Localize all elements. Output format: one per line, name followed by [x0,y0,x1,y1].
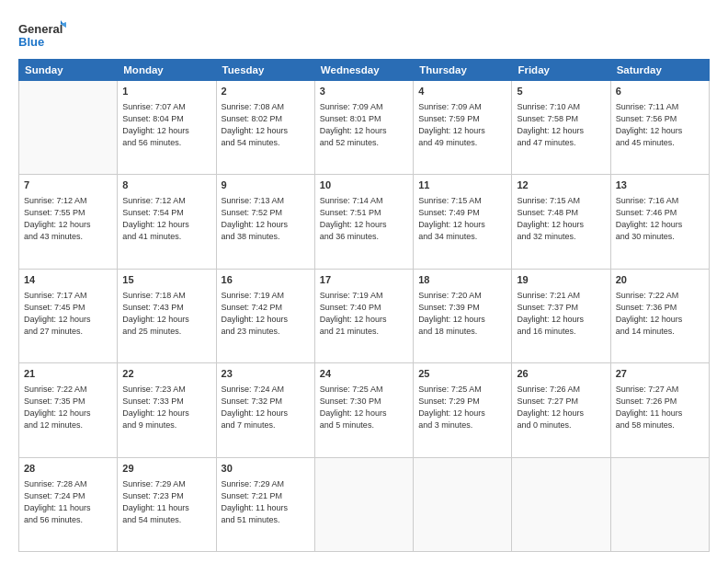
day-info: and 25 minutes. [122,326,210,338]
day-number: 8 [122,178,210,193]
day-cell [512,457,610,551]
day-info: Sunrise: 7:14 AM [320,195,408,207]
day-info: Daylight: 12 hours [320,314,408,326]
day-info: and 38 minutes. [222,231,310,243]
day-info: and 54 minutes. [222,137,310,149]
day-cell: 11Sunrise: 7:15 AMSunset: 7:49 PMDayligh… [414,175,512,269]
day-info: Daylight: 12 hours [222,314,310,326]
svg-text:General: General [18,22,63,36]
day-info: Daylight: 12 hours [24,408,112,419]
day-info: Sunset: 7:45 PM [24,302,112,314]
day-cell: 2Sunrise: 7:08 AMSunset: 8:02 PMDaylight… [216,81,314,175]
day-number: 15 [122,273,210,288]
day-info: and 51 minutes. [222,514,310,526]
day-info: and 23 minutes. [222,326,310,338]
day-info: Sunrise: 7:25 AM [320,384,408,396]
day-info: Daylight: 12 hours [418,125,506,137]
day-number: 20 [616,273,704,288]
day-info: Daylight: 12 hours [616,219,704,231]
day-info: Sunset: 7:26 PM [616,396,704,408]
day-number: 10 [320,178,408,193]
day-number: 27 [616,367,704,382]
week-row-3: 14Sunrise: 7:17 AMSunset: 7:45 PMDayligh… [19,269,710,362]
day-info: Sunset: 7:35 PM [24,396,112,408]
day-info: Sunrise: 7:11 AM [616,101,704,113]
day-cell: 29Sunrise: 7:29 AMSunset: 7:23 PMDayligh… [118,457,216,551]
day-info: Sunrise: 7:09 AM [418,101,506,113]
day-info: Sunset: 7:27 PM [517,396,605,408]
day-info: Sunrise: 7:18 AM [122,290,210,302]
day-info: Sunrise: 7:07 AM [122,101,210,113]
day-cell: 21Sunrise: 7:22 AMSunset: 7:35 PMDayligh… [19,363,118,457]
day-info: Daylight: 12 hours [122,314,210,326]
col-header-thursday: Thursday [414,60,512,81]
day-info: Sunset: 7:54 PM [122,207,210,219]
day-info: Sunrise: 7:23 AM [122,384,210,396]
day-info: Sunrise: 7:29 AM [222,478,310,490]
day-info: Daylight: 12 hours [616,314,704,326]
day-info: Daylight: 12 hours [320,408,408,419]
page: General Blue SundayMondayTuesdayWednesda… [0,0,728,563]
day-number: 13 [616,178,704,193]
day-cell: 24Sunrise: 7:25 AMSunset: 7:30 PMDayligh… [314,363,413,457]
day-info: Sunrise: 7:12 AM [122,195,210,207]
col-header-wednesday: Wednesday [314,60,413,81]
logo: General Blue [18,18,66,52]
day-info: and 34 minutes. [418,231,506,243]
day-info: Sunrise: 7:19 AM [320,290,408,302]
day-info: Daylight: 12 hours [24,219,112,231]
day-cell: 23Sunrise: 7:24 AMSunset: 7:32 PMDayligh… [216,363,314,457]
day-info: and 54 minutes. [122,514,210,526]
day-info: Sunrise: 7:10 AM [517,101,605,113]
day-cell: 7Sunrise: 7:12 AMSunset: 7:55 PMDaylight… [19,175,118,269]
day-cell: 14Sunrise: 7:17 AMSunset: 7:45 PMDayligh… [19,269,118,362]
days-header-row: SundayMondayTuesdayWednesdayThursdayFrid… [19,60,710,81]
day-number: 3 [320,85,408,99]
day-info: Sunset: 7:29 PM [418,396,506,408]
day-info: Sunset: 7:43 PM [122,302,210,314]
day-info: and 30 minutes. [616,231,704,243]
day-number: 4 [418,85,506,99]
day-cell: 9Sunrise: 7:13 AMSunset: 7:52 PMDaylight… [216,175,314,269]
day-info: and 0 minutes. [517,419,605,431]
day-info: and 18 minutes. [418,326,506,338]
day-number: 23 [222,367,310,382]
day-info: Sunrise: 7:24 AM [222,384,310,396]
day-cell: 28Sunrise: 7:28 AMSunset: 7:24 PMDayligh… [19,457,118,551]
day-info: and 56 minutes. [24,514,112,526]
day-info: Sunset: 7:48 PM [517,207,605,219]
day-info: Sunrise: 7:26 AM [517,384,605,396]
day-info: Daylight: 12 hours [616,125,704,137]
day-cell [19,81,118,175]
day-info: and 56 minutes. [122,137,210,149]
day-number: 6 [616,85,704,99]
day-info: Sunrise: 7:22 AM [616,290,704,302]
day-info: and 16 minutes. [517,326,605,338]
day-cell: 8Sunrise: 7:12 AMSunset: 7:54 PMDaylight… [118,175,216,269]
day-number: 11 [418,178,506,193]
day-number: 16 [222,273,310,288]
day-info: and 32 minutes. [517,231,605,243]
day-info: Sunrise: 7:19 AM [222,290,310,302]
day-number: 5 [517,85,605,99]
day-info: Daylight: 12 hours [24,314,112,326]
logo-svg: General Blue [18,18,66,52]
day-cell: 19Sunrise: 7:21 AMSunset: 7:37 PMDayligh… [512,269,610,362]
day-info: Daylight: 11 hours [122,502,210,514]
day-info: Sunset: 7:37 PM [517,302,605,314]
day-cell: 22Sunrise: 7:23 AMSunset: 7:33 PMDayligh… [118,363,216,457]
day-info: Daylight: 12 hours [122,408,210,419]
day-info: Daylight: 12 hours [122,219,210,231]
day-info: Sunrise: 7:27 AM [616,384,704,396]
day-info: Sunset: 7:56 PM [616,113,704,125]
svg-text:Blue: Blue [18,35,44,49]
day-number: 17 [320,273,408,288]
day-info: Sunrise: 7:21 AM [517,290,605,302]
day-info: Sunset: 7:36 PM [616,302,704,314]
col-header-monday: Monday [118,60,216,81]
day-info: Sunrise: 7:20 AM [418,290,506,302]
day-cell: 4Sunrise: 7:09 AMSunset: 7:59 PMDaylight… [414,81,512,175]
calendar-table: SundayMondayTuesdayWednesdayThursdayFrid… [18,59,710,552]
day-info: Sunrise: 7:09 AM [320,101,408,113]
day-info: Sunrise: 7:08 AM [222,101,310,113]
